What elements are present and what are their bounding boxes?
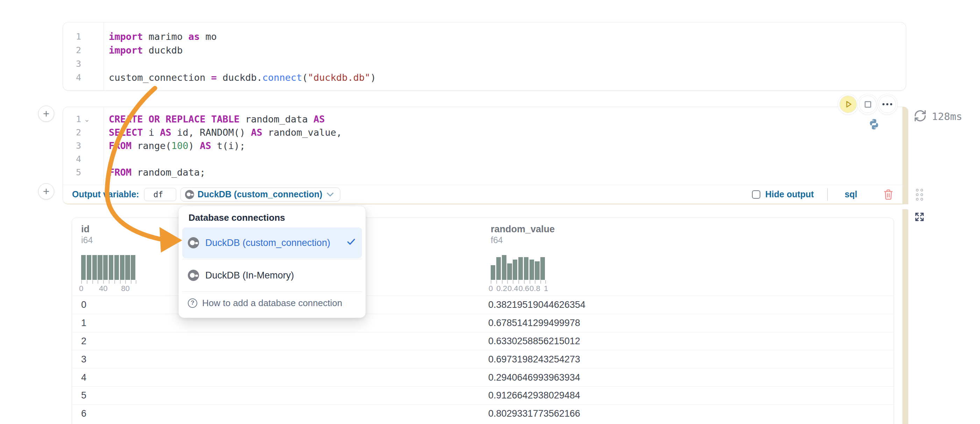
tick-label: 80 <box>121 284 129 293</box>
cell-random-value: 0.9126642938029484 <box>488 390 580 401</box>
run-cell-button[interactable] <box>839 96 857 113</box>
add-cell-button-bottom[interactable] <box>38 183 54 199</box>
tick-mark <box>97 280 98 284</box>
stop-cell-button[interactable] <box>859 96 877 113</box>
language-label[interactable]: sql <box>845 189 857 199</box>
tick-label: 0 <box>488 284 493 293</box>
drag-handle[interactable] <box>916 189 924 201</box>
menu-item-1[interactable]: DuckDB (In-Memory) <box>182 260 362 291</box>
column-dtype: i64 <box>81 235 138 245</box>
tick-mark <box>87 280 88 284</box>
cell-menu-button[interactable] <box>878 96 896 113</box>
cell-runtime: 128ms <box>932 110 962 123</box>
line-number: 3 <box>63 139 103 153</box>
column-name: id <box>81 223 138 235</box>
line-number: 4 <box>63 153 103 166</box>
histogram-bar <box>491 265 495 280</box>
column-header-id: idi6404080 <box>81 223 138 293</box>
histogram-bar <box>502 255 506 280</box>
histogram-tick-labels: 04080 <box>81 284 138 293</box>
check-icon <box>346 236 356 249</box>
menu-divider <box>182 292 362 292</box>
duckdb-icon <box>185 190 194 199</box>
tick-mark <box>115 280 115 284</box>
code-token <box>160 114 165 124</box>
histogram-bar <box>540 257 545 280</box>
fold-chevron-icon[interactable]: ⌄ <box>84 113 90 126</box>
code-token <box>143 114 149 124</box>
code-token: SELECT <box>109 127 143 138</box>
tick-mark <box>530 280 530 284</box>
tick-mark <box>136 280 137 284</box>
histogram-bar <box>115 255 119 280</box>
delete-cell-button[interactable] <box>883 189 894 200</box>
ellipsis-icon <box>883 103 892 105</box>
menu-item-label: How to add a database connection <box>202 298 342 309</box>
code-token: id, RANDOM() <box>171 127 251 138</box>
code-token: mo <box>200 31 217 42</box>
menu-item-label: DuckDB (In-Memory) <box>205 270 294 281</box>
hide-output-checkbox[interactable] <box>752 190 760 199</box>
code-token: custom_connection <box>109 72 211 83</box>
tick-label: 0.2 <box>496 284 507 293</box>
cell-random-value: 0.6330258856215012 <box>488 335 580 346</box>
cell-id-value: 0 <box>81 300 86 310</box>
tick-label: 0.6 <box>519 284 530 293</box>
code-token: TABLE <box>211 114 240 124</box>
tick-label: 40 <box>99 284 107 293</box>
histogram-bar <box>81 255 86 280</box>
code-editor-sql[interactable]: CREATE OR REPLACE TABLE random_data ASSE… <box>104 107 342 185</box>
code-token: = <box>211 72 217 83</box>
cell-id-value: 5 <box>81 390 86 401</box>
cell-random-value: 0.2940646993963934 <box>488 372 580 383</box>
rerun-icon[interactable] <box>913 109 927 124</box>
code-token: random_data; <box>132 167 205 178</box>
code-token: AS <box>200 140 211 151</box>
duckdb-icon <box>188 270 199 281</box>
code-line: import duckdb <box>109 43 376 57</box>
code-token: FROM <box>109 140 132 151</box>
histogram-bar <box>507 263 512 280</box>
line-number-text: 3 <box>76 140 81 151</box>
code-token: AS <box>160 127 171 138</box>
code-token: t(i); <box>211 140 245 151</box>
code-editor-python[interactable]: import marimo as moimport duckdb custom_… <box>104 22 376 90</box>
output-variable-input[interactable] <box>144 188 176 201</box>
line-number-text: 2 <box>76 128 81 137</box>
expand-output-button[interactable] <box>913 210 926 224</box>
connection-selector-label: DuckDB (custom_connection) <box>197 189 323 199</box>
histogram-bar <box>496 257 501 280</box>
tick-label: 0 <box>79 284 83 293</box>
cell-stale-border <box>902 107 908 204</box>
connection-selector-button[interactable]: DuckDB (custom_connection) <box>180 188 340 201</box>
code-token: OR <box>149 114 160 124</box>
tick-mark <box>507 280 508 284</box>
tick-mark <box>535 280 536 284</box>
sql-cell[interactable]: 1⌄2345 CREATE OR REPLACE TABLE random_da… <box>63 107 908 204</box>
add-cell-button-top[interactable] <box>38 106 54 122</box>
tick-mark <box>518 280 519 284</box>
duckdb-icon <box>188 237 199 249</box>
line-number-text: 2 <box>76 45 81 55</box>
line-number-text: 3 <box>76 59 81 69</box>
column-header-random_value: random_valuef6400.20.40.60.81 <box>491 223 555 293</box>
tick-label: 0.8 <box>530 284 540 293</box>
cell-id-value: 4 <box>81 372 86 383</box>
database-connections-menu: Database connections DuckDB (custom_conn… <box>178 206 366 318</box>
cell-footer: Output variable: DuckDB (custom_connecti… <box>63 185 908 204</box>
menu-item-2[interactable]: How to add a database connection <box>182 292 362 314</box>
code-token: random_data <box>240 114 313 124</box>
column-name: random_value <box>491 223 555 235</box>
code-token: marimo <box>143 31 189 42</box>
code-line <box>109 153 342 166</box>
column-histogram <box>491 255 546 280</box>
python-code-cell[interactable]: 1234 import marimo as moimport duckdb cu… <box>63 22 906 91</box>
code-line: SELECT i AS id, RANDOM() AS random_value… <box>109 126 342 139</box>
menu-item-0[interactable]: DuckDB (custom_connection) <box>182 227 362 258</box>
tick-mark <box>502 280 503 284</box>
line-number-text: 5 <box>76 167 81 177</box>
menu-divider <box>182 259 362 259</box>
cell-id-value: 1 <box>81 318 86 328</box>
table-row: 50.9126642938029484 <box>72 386 894 405</box>
code-token: range( <box>132 140 171 151</box>
